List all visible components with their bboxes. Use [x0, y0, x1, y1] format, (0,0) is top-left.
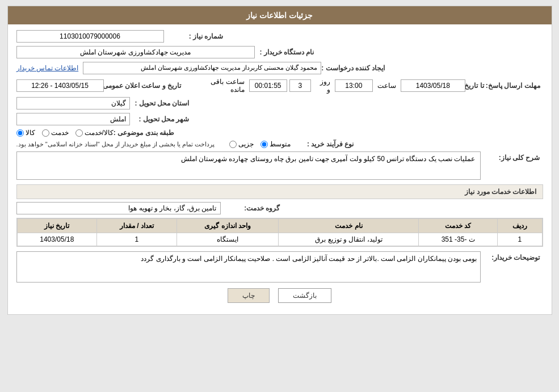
needs-desc-label: شرح کلی نیاز:	[481, 151, 543, 162]
services-table: ردیف کد خدمت نام خدمت واحد اندازه گیری ت…	[17, 218, 543, 246]
cell-date: 1403/05/18	[17, 233, 97, 246]
buyer-desc-section: توضیحات خریدار:	[16, 251, 543, 283]
deadline-time: 13:00	[335, 79, 373, 92]
buyer-org-value: مدیریت جهادکشاورزی شهرستان املش	[16, 46, 255, 58]
need-number-row: شماره نیاز : 1103010079000006	[16, 30, 543, 43]
province-label: استان محل تحویل :	[130, 99, 192, 107]
col-date: تاریخ نیاز	[17, 219, 97, 233]
buyer-desc-label: توضیحات خریدار:	[481, 251, 543, 262]
deadline-time-label: ساعت	[377, 82, 396, 90]
table-row: 1 ت -35- 351 تولید، انتقال و توزیع برق ا…	[17, 233, 542, 246]
cell-unit: ایستگاه	[176, 233, 279, 246]
deadline-datetime: 1403/05/18 ساعت 13:00 روز و 3 00:01:55 س…	[195, 78, 465, 94]
col-quantity: تعداد / مقدار	[97, 219, 176, 233]
buyer-org-row: نام دستگاه خریدار : مدیریت جهادکشاورزی ش…	[16, 46, 543, 58]
col-service-code: کد خدمت	[419, 219, 498, 233]
services-section-header: اطلاعات خدمات مورد نیاز	[16, 184, 543, 199]
needs-desc-section: شرح کلی نیاز: عملیات نصب یک دستگاه ترانس…	[16, 151, 543, 180]
deadline-date: 1403/05/18	[401, 79, 465, 92]
cell-service-code: ت -35- 351	[419, 233, 498, 246]
col-row-num: ردیف	[498, 219, 542, 233]
city-value: املش	[16, 113, 130, 125]
purchase-type-radio-2[interactable]	[260, 141, 268, 148]
deadline-row: مهلت ارسال پاسخ: تا تاریخ: 1403/05/18 سا…	[16, 78, 543, 94]
purchase-type-option-2[interactable]: متوسط	[260, 140, 291, 148]
back-button[interactable]: بازگشت	[278, 288, 331, 303]
cell-row-num: 1	[498, 233, 542, 246]
province-row: استان محل تحویل : گیلان	[16, 97, 543, 109]
content-area: شماره نیاز : 1103010079000006 نام دستگاه…	[8, 24, 552, 314]
category-option-3-label: کالا/خدمت	[85, 129, 114, 137]
need-number-value: 1103010079000006	[16, 30, 164, 43]
category-row: طبقه بندی موضوعی : کالا/خدمت خدمت کالا	[16, 129, 543, 137]
need-number-label: شماره نیاز :	[164, 32, 226, 40]
purchase-type-label: نوع فرآیند خرید :	[294, 140, 356, 148]
page-title: جزئیات اطلاعات نیاز	[246, 11, 313, 20]
contact-link[interactable]: اطلاعات تماس خریدار	[16, 64, 79, 72]
creator-label: ایجاد کننده درخواست :	[321, 64, 388, 72]
creator-value: محمود گیلان محسنی کاربرداز مدیریت جهادکش…	[83, 62, 321, 74]
buttons-row: بازگشت چاپ	[16, 288, 543, 309]
table-header-row: ردیف کد خدمت نام خدمت واحد اندازه گیری ت…	[17, 219, 542, 233]
deadline-days: 3	[289, 79, 312, 92]
purchase-type-row: نوع فرآیند خرید : متوسط جزیی پرداخت تمام…	[16, 140, 543, 148]
announce-label: تاریخ و ساعت اعلان عمومی:	[104, 82, 184, 90]
category-radio-1[interactable]	[16, 129, 24, 137]
category-radio-group: کالا/خدمت خدمت کالا	[16, 129, 114, 137]
main-container: جزئیات اطلاعات نیاز شماره نیاز : 1103010…	[7, 6, 552, 315]
category-option-2-label: خدمت	[51, 129, 69, 137]
service-group-row: گروه خدمت: تامین برق، گاز، بخار و تهویه …	[16, 202, 543, 214]
category-option-3[interactable]: کالا/خدمت	[75, 129, 114, 137]
category-label: طبقه بندی موضوعی :	[114, 129, 177, 137]
city-row: شهر محل تحویل : املش	[16, 113, 543, 125]
cell-service-name: تولید، انتقال و توزیع برق	[279, 233, 419, 246]
city-label: شهر محل تحویل :	[130, 115, 192, 123]
category-option-2[interactable]: خدمت	[42, 129, 69, 137]
province-value: گیلان	[16, 97, 130, 109]
purchase-type-radio-group: متوسط جزیی	[229, 140, 291, 148]
service-group-label: گروه خدمت:	[221, 204, 283, 212]
category-radio-2[interactable]	[42, 129, 49, 137]
deadline-remaining: 00:01:55	[249, 79, 287, 92]
service-group-value: تامین برق، گاز، بخار و تهویه هوا	[16, 202, 221, 214]
services-table-container: ردیف کد خدمت نام خدمت واحد اندازه گیری ت…	[16, 218, 543, 247]
print-button[interactable]: چاپ	[228, 288, 270, 303]
category-radio-3[interactable]	[75, 129, 83, 137]
creator-row: ایجاد کننده درخواست : محمود گیلان محسنی …	[16, 62, 543, 74]
deadline-remaining-label: ساعت باقی مانده	[197, 78, 245, 94]
announce-value: 1403/05/15 - 12:26	[16, 79, 104, 92]
cell-quantity: 1	[97, 233, 176, 246]
purchase-note: پرداخت تمام یا بخشی از مبلغ خریدار از مح…	[16, 141, 215, 148]
purchase-type-radio-1[interactable]	[229, 141, 237, 148]
category-option-1-label: کالا	[26, 129, 35, 137]
deadline-days-label: روز و	[316, 78, 330, 94]
needs-desc-box: عملیات نصب یک دستگاه ترانس 50 کیلو ولت آ…	[16, 151, 481, 180]
buyer-desc-textarea[interactable]	[16, 251, 481, 283]
col-unit: واحد اندازه گیری	[176, 219, 279, 233]
page-header: جزئیات اطلاعات نیاز	[8, 6, 552, 24]
purchase-type-option-1[interactable]: جزیی	[229, 140, 254, 148]
category-option-1[interactable]: کالا	[16, 129, 35, 137]
buyer-org-label: نام دستگاه خریدار :	[255, 48, 317, 56]
deadline-label: مهلت ارسال پاسخ: تا تاریخ:	[465, 82, 543, 90]
col-service-name: نام خدمت	[279, 219, 419, 233]
purchase-type-option-2-label: متوسط	[270, 140, 291, 148]
needs-desc-value: عملیات نصب یک دستگاه ترانس 50 کیلو ولت آ…	[181, 155, 476, 163]
purchase-type-option-1-label: جزیی	[238, 140, 254, 148]
